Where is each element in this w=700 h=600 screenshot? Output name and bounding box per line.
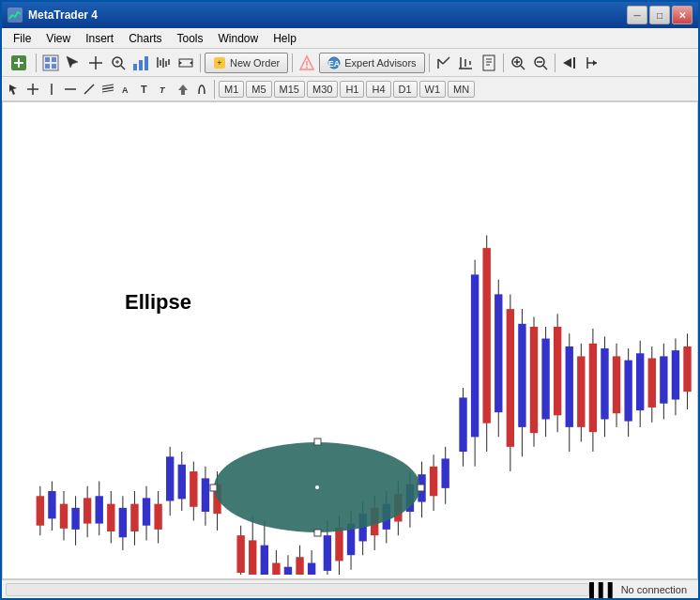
scroll-end[interactable] <box>559 53 580 73</box>
new-order-button[interactable]: + New Order <box>205 53 288 73</box>
tf-m15[interactable]: M15 <box>274 81 305 98</box>
menu-window[interactable]: Window <box>211 30 266 47</box>
svg-rect-102 <box>130 504 138 531</box>
svg-line-36 <box>443 57 449 64</box>
svg-rect-148 <box>507 309 514 447</box>
svg-rect-168 <box>624 361 632 422</box>
svg-point-184 <box>315 485 319 489</box>
svg-rect-7 <box>45 64 50 69</box>
tf-d1[interactable]: D1 <box>393 81 418 98</box>
report-icon[interactable] <box>479 53 499 73</box>
profiles-button[interactable] <box>40 53 61 73</box>
svg-marker-69 <box>178 85 188 95</box>
maximize-button[interactable]: □ <box>649 6 670 24</box>
menu-tools[interactable]: Tools <box>170 30 211 47</box>
svg-rect-138 <box>441 458 449 487</box>
toolbar-sep-5 <box>503 54 504 72</box>
svg-rect-5 <box>45 57 50 62</box>
chart-area[interactable]: Ellipse <box>2 101 698 579</box>
svg-text:A: A <box>122 85 129 95</box>
svg-text:T: T <box>160 85 166 95</box>
chart-properties[interactable] <box>130 53 151 73</box>
toolbar-drawing: A T T M1 M5 M15 M30 H1 H4 D1 W1 MN <box>2 77 698 101</box>
vertical-line-tool[interactable] <box>43 81 60 98</box>
tf-h4[interactable]: H4 <box>366 81 390 98</box>
svg-rect-104 <box>143 498 150 525</box>
menu-view[interactable]: View <box>38 30 78 47</box>
svg-rect-166 <box>613 356 620 413</box>
cursor-tool[interactable] <box>6 81 23 98</box>
label-tool[interactable]: T <box>156 81 173 98</box>
svg-rect-112 <box>284 567 292 575</box>
zoom-in-button[interactable] <box>508 53 528 73</box>
scroll-indicator[interactable] <box>6 583 589 596</box>
svg-rect-136 <box>430 467 437 496</box>
menu-help[interactable]: Help <box>266 30 304 47</box>
svg-rect-6 <box>52 57 56 62</box>
svg-rect-17 <box>139 60 143 70</box>
period-sep-icon[interactable] <box>582 53 602 73</box>
title-bar: MetaTrader 4 ─ □ ✕ <box>2 2 698 28</box>
svg-rect-178 <box>683 346 691 392</box>
svg-line-13 <box>121 66 125 69</box>
history-icon[interactable] <box>456 53 477 73</box>
app-icon <box>8 8 23 23</box>
window-controls: ─ □ ✕ <box>627 6 692 24</box>
close-button[interactable]: ✕ <box>672 6 692 24</box>
svg-line-63 <box>102 85 114 86</box>
crosshair-tool[interactable] <box>85 53 106 73</box>
svg-point-31 <box>306 67 308 69</box>
toolbar-main: + New Order EA Expert Advisors <box>2 49 698 77</box>
tf-w1[interactable]: W1 <box>419 81 447 98</box>
trend-line-tool[interactable] <box>81 81 98 98</box>
svg-rect-164 <box>601 348 608 419</box>
menu-insert[interactable]: Insert <box>78 30 121 47</box>
svg-rect-150 <box>518 324 525 427</box>
fibonacci-tool[interactable]: A <box>118 81 135 98</box>
tf-mn[interactable]: MN <box>448 81 475 98</box>
svg-rect-156 <box>554 327 561 415</box>
tf-m1[interactable]: M1 <box>219 81 244 98</box>
equidistant-channel[interactable] <box>99 81 116 98</box>
svg-rect-18 <box>145 56 148 70</box>
svg-rect-162 <box>589 344 597 432</box>
zoom-in-tool[interactable] <box>108 53 129 73</box>
arrow-tool[interactable] <box>63 53 84 73</box>
arrow-mark-tool[interactable] <box>175 81 191 98</box>
svg-rect-100 <box>119 508 127 537</box>
new-chart-button[interactable] <box>6 53 32 73</box>
cycle-lines-tool[interactable] <box>193 81 210 98</box>
tf-m30[interactable]: M30 <box>307 81 338 98</box>
toolbar-sep-4 <box>429 54 430 72</box>
svg-rect-8 <box>52 64 56 69</box>
horizontal-line-tool[interactable] <box>62 81 79 98</box>
chart-type[interactable] <box>153 53 174 73</box>
svg-rect-158 <box>566 346 573 427</box>
text-tool[interactable]: T <box>137 81 154 98</box>
crosshair-draw-tool[interactable] <box>24 81 41 98</box>
minimize-button[interactable]: ─ <box>627 6 647 24</box>
expert-advisors-button[interactable]: EA Expert Advisors <box>319 53 424 73</box>
svg-rect-98 <box>249 540 256 575</box>
svg-rect-176 <box>672 350 679 399</box>
tick-chart[interactable] <box>434 53 454 73</box>
svg-rect-140 <box>459 397 466 452</box>
svg-rect-84 <box>107 504 114 531</box>
svg-rect-154 <box>541 339 549 420</box>
svg-rect-108 <box>261 546 268 575</box>
ellipse-shape[interactable] <box>209 436 425 539</box>
connection-status: No connection <box>621 584 694 595</box>
scroll-chart[interactable] <box>175 53 196 73</box>
alert-icon[interactable] <box>297 53 317 73</box>
main-window: MetaTrader 4 ─ □ ✕ File View Insert Char… <box>0 0 700 600</box>
menu-charts[interactable]: Charts <box>121 30 169 47</box>
zoom-out-button[interactable] <box>530 53 551 73</box>
svg-rect-174 <box>660 356 667 403</box>
toolbar-sep-1 <box>36 54 37 72</box>
menu-file[interactable]: File <box>6 30 38 47</box>
tf-m5[interactable]: M5 <box>246 81 271 98</box>
svg-line-50 <box>543 66 547 69</box>
svg-rect-152 <box>530 327 538 433</box>
svg-line-46 <box>521 66 525 69</box>
tf-h1[interactable]: H1 <box>340 81 364 98</box>
